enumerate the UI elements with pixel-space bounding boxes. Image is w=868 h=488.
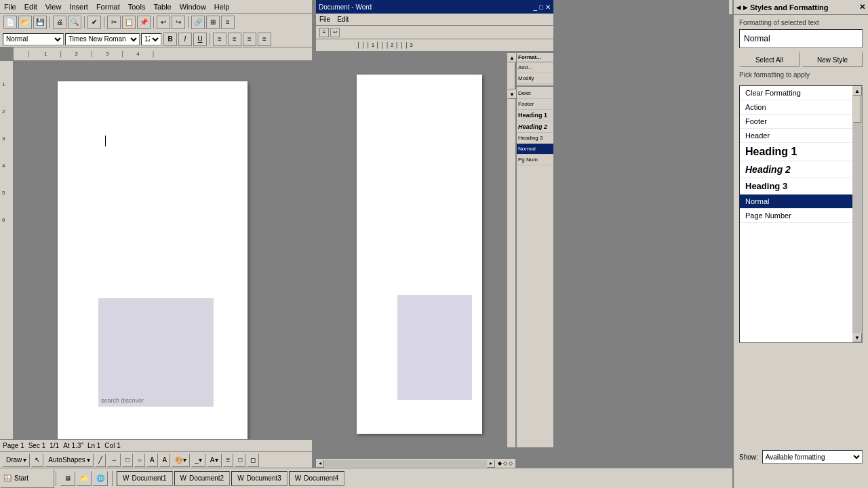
style-item-h2[interactable]: Heading 2 ¶ bbox=[740, 161, 862, 178]
italic-button[interactable]: I bbox=[178, 33, 192, 46]
styles-scroll-down[interactable]: ▼ bbox=[852, 333, 862, 342]
tb-cut[interactable]: ✂ bbox=[107, 16, 121, 29]
style-item-footer[interactable]: Footer ¶ bbox=[740, 115, 862, 129]
center-menu-edit[interactable]: Edit bbox=[334, 16, 352, 23]
scroll-thumb[interactable] bbox=[507, 62, 515, 89]
tb-print[interactable]: 🖨 bbox=[53, 16, 66, 29]
tb-align-center[interactable]: ≡ bbox=[228, 33, 241, 46]
center-maximize-btn[interactable]: □ bbox=[539, 3, 543, 11]
font-color-button[interactable]: A▾ bbox=[207, 453, 222, 467]
line-style-button[interactable]: ≡ bbox=[223, 453, 234, 467]
menu-help[interactable]: Help bbox=[210, 1, 234, 12]
hscroll-right-btn[interactable]: ▸ bbox=[487, 460, 495, 468]
style-item-pagenum[interactable]: Page Number a bbox=[740, 209, 862, 223]
styles-panel-close-icon[interactable]: ✕ bbox=[859, 3, 865, 12]
center-sidebar-format[interactable]: Add... bbox=[517, 62, 553, 73]
3d-button[interactable]: ◻ bbox=[247, 453, 259, 467]
taskbar-app-1[interactable]: W Document1 bbox=[117, 471, 173, 486]
center-tb-btn2[interactable]: ↩ bbox=[330, 28, 340, 37]
tb-paste[interactable]: 📌 bbox=[137, 16, 151, 29]
styles-list[interactable]: ▲ ▼ Clear Formatting Action ¶ Footer ¶ H… bbox=[739, 85, 863, 343]
new-style-button[interactable]: New Style bbox=[802, 52, 863, 67]
menu-insert[interactable]: Insert bbox=[65, 1, 92, 12]
font-dropdown[interactable]: Times New Roman bbox=[65, 33, 140, 45]
line-color-button[interactable]: _▾ bbox=[191, 453, 205, 467]
tb-hyperlink[interactable]: 🔗 bbox=[191, 16, 205, 29]
style-item-normal[interactable]: Normal ¶ bbox=[740, 195, 862, 209]
size-dropdown[interactable]: 12 bbox=[141, 33, 161, 45]
style-item-h3[interactable]: Heading 3 ¶ bbox=[740, 178, 862, 195]
menu-table[interactable]: Table bbox=[149, 1, 175, 12]
text-box-tool[interactable]: A bbox=[146, 453, 158, 467]
center-sidebar-footer[interactable]: Footer bbox=[517, 99, 553, 110]
tb-copy[interactable]: 📋 bbox=[122, 16, 136, 29]
select-object-button[interactable]: ↖ bbox=[31, 453, 43, 467]
tb-undo[interactable]: ↩ bbox=[157, 16, 170, 29]
styles-scroll-track[interactable] bbox=[852, 96, 862, 333]
center-tb-btn1[interactable]: ≡ bbox=[319, 28, 329, 37]
arrow-tool[interactable]: → bbox=[107, 453, 121, 467]
taskbar-app-3[interactable]: W Document3 bbox=[231, 471, 288, 486]
hscroll-left-btn[interactable]: ◂ bbox=[316, 460, 324, 468]
wordart-tool[interactable]: A bbox=[159, 453, 171, 467]
scroll-up-btn[interactable]: ▲ bbox=[507, 53, 517, 62]
center-sidebar-normal[interactable]: Normal bbox=[517, 144, 553, 155]
oval-tool[interactable]: ○ bbox=[134, 453, 145, 467]
tb-redo[interactable]: ↪ bbox=[172, 16, 185, 29]
styles-scroll-thumb[interactable] bbox=[853, 96, 861, 123]
menu-tools[interactable]: Tools bbox=[124, 1, 150, 12]
document-page-left[interactable]: search discover bbox=[58, 81, 248, 447]
menu-view[interactable]: View bbox=[41, 1, 66, 12]
style-item-action[interactable]: Action ¶ bbox=[740, 100, 862, 115]
tb-print-preview[interactable]: 🔍 bbox=[68, 16, 81, 29]
center-sidebar-h2[interactable]: Heading 2 bbox=[517, 121, 553, 133]
center-scrollbar[interactable]: ▲ ▼ bbox=[507, 53, 515, 447]
style-dropdown[interactable]: Normal bbox=[3, 33, 64, 45]
center-minimize-btn[interactable]: _ bbox=[533, 3, 537, 11]
select-all-button[interactable]: Select All bbox=[739, 52, 800, 67]
underline-button[interactable]: U bbox=[193, 33, 207, 46]
rect-tool[interactable]: □ bbox=[122, 453, 133, 467]
scroll-down-btn[interactable]: ▼ bbox=[507, 89, 517, 99]
menu-window[interactable]: Window bbox=[176, 1, 210, 12]
scroll-track[interactable] bbox=[507, 62, 515, 89]
bold-button[interactable]: B bbox=[163, 33, 177, 46]
quick-btn-1[interactable]: 🖥 bbox=[60, 471, 75, 486]
styles-nav-forward-icon[interactable]: ▸ bbox=[743, 3, 747, 12]
center-sidebar-h3[interactable]: Heading 3 bbox=[517, 133, 553, 144]
draw-menu-button[interactable]: Draw ▾ bbox=[3, 453, 30, 467]
menu-format[interactable]: Format bbox=[92, 1, 124, 12]
styles-scroll-up[interactable]: ▲ bbox=[852, 86, 862, 96]
quick-btn-3[interactable]: 🌐 bbox=[93, 471, 108, 486]
style-item-header[interactable]: Header ¶ bbox=[740, 129, 862, 143]
hscroll-track[interactable] bbox=[324, 460, 487, 467]
style-item-clear[interactable]: Clear Formatting bbox=[740, 86, 862, 100]
center-sidebar-delete[interactable]: Delet bbox=[517, 88, 553, 99]
taskbar-app-4[interactable]: W Document4 bbox=[289, 471, 345, 486]
center-sidebar-pgnum[interactable]: Pg Num bbox=[517, 155, 553, 165]
menu-edit[interactable]: Edit bbox=[20, 1, 41, 12]
fill-color-button[interactable]: 🎨▾ bbox=[172, 453, 190, 467]
center-close-btn[interactable]: ✕ bbox=[545, 3, 551, 11]
tb-save[interactable]: 💾 bbox=[33, 16, 47, 29]
tb-columns[interactable]: ≡ bbox=[221, 16, 235, 29]
tb-open[interactable]: 📂 bbox=[18, 16, 32, 29]
tb-align-left[interactable]: ≡ bbox=[213, 33, 226, 46]
center-hscroll[interactable]: ◂ ▸ ◆ ◇ ◇ bbox=[316, 458, 515, 468]
shadow-button[interactable]: □ bbox=[235, 453, 245, 467]
quick-btn-2[interactable]: 📁 bbox=[77, 471, 92, 486]
line-tool[interactable]: ╱ bbox=[95, 453, 106, 467]
start-button[interactable]: 🪟 Start bbox=[0, 469, 54, 488]
tb-spell[interactable]: ✔ bbox=[87, 16, 101, 29]
tb-table[interactable]: ⊞ bbox=[206, 16, 220, 29]
menu-file[interactable]: File bbox=[0, 1, 20, 12]
tb-new[interactable]: 📄 bbox=[3, 16, 17, 29]
center-sidebar-h1[interactable]: Heading 1 bbox=[517, 110, 553, 121]
taskbar-app-2[interactable]: W Document2 bbox=[174, 471, 231, 486]
document-page-center[interactable] bbox=[357, 75, 482, 434]
style-item-h1[interactable]: Heading 1 ¶ bbox=[740, 143, 862, 161]
styles-show-dropdown[interactable]: Available formatting bbox=[762, 450, 863, 464]
tb-justify[interactable]: ≡ bbox=[258, 33, 271, 46]
styles-nav-back-icon[interactable]: ◂ bbox=[736, 3, 741, 12]
tb-align-right[interactable]: ≡ bbox=[243, 33, 256, 46]
